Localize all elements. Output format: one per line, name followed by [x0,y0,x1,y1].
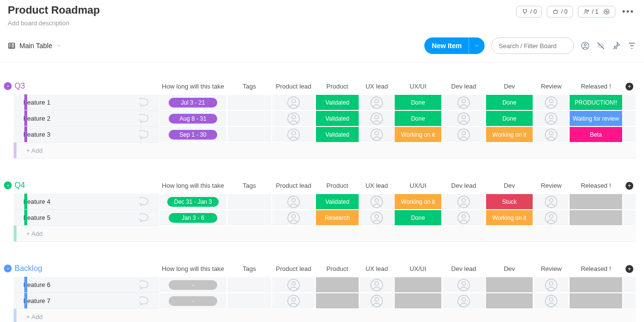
header-badge-3[interactable]: / 1 [578,6,615,18]
more-options[interactable]: ••• [620,7,636,17]
pin-icon[interactable] [612,41,621,50]
column-header[interactable]: Dev [486,265,533,273]
group-title[interactable]: Q3 [15,82,25,90]
group-collapse[interactable] [4,82,12,90]
column-header[interactable]: Dev lead [442,83,486,90]
person-cell[interactable] [533,94,569,110]
comment-icon[interactable] [139,280,149,289]
status-cell[interactable]: Research [316,210,359,225]
column-header[interactable]: Review [533,83,569,90]
item-name[interactable]: Feature 4 [14,194,159,210]
person-cell[interactable] [359,293,394,309]
status-cell[interactable] [570,194,622,209]
new-item-button[interactable]: New Item [424,37,485,54]
column-header[interactable]: Tags [227,182,272,190]
column-header[interactable]: UX/UI [394,83,442,90]
item-name[interactable]: Feature 6 [14,277,159,293]
column-header[interactable]: Released ! [569,265,623,273]
person-cell[interactable] [533,126,569,143]
timeline-pill[interactable]: Sep 1 - 30 [169,130,217,140]
person-cell[interactable] [442,94,486,110]
person-cell[interactable] [533,194,569,210]
status-cell[interactable]: Stuck [486,194,533,209]
add-column-button[interactable]: + [626,265,633,273]
status-cell[interactable]: Validated [316,111,359,126]
group-title[interactable]: Backlog [15,264,42,273]
status-cell[interactable]: Working on it [395,127,441,142]
column-header[interactable]: UX/UI [394,182,442,190]
person-cell[interactable] [442,194,486,210]
timeline-pill[interactable]: - [169,280,217,290]
column-header[interactable]: Dev [486,182,533,190]
item-name[interactable]: Feature 2 [14,110,159,126]
person-cell[interactable] [272,94,315,110]
timeline-pill[interactable]: Jan 3 - 6 [169,213,217,223]
add-column-button[interactable]: + [626,83,633,90]
view-selector[interactable]: Main Table [8,42,62,50]
status-cell[interactable]: Working on it [486,127,533,142]
person-cell[interactable] [272,110,315,126]
item-name[interactable]: Feature 7 [14,293,159,309]
person-cell[interactable] [533,110,569,126]
status-cell[interactable]: PRODUCTION!! [570,95,622,110]
add-item[interactable]: + Add [14,309,171,322]
status-cell[interactable]: Working on it [395,194,441,209]
status-cell[interactable]: Validated [316,95,359,110]
tags-cell[interactable] [227,277,272,293]
item-name[interactable]: Feature 1 [14,94,159,110]
item-name[interactable]: Feature 5 [14,210,159,226]
column-header[interactable]: Product [315,265,359,273]
person-cell[interactable] [272,293,315,309]
column-header[interactable]: Tags [227,265,272,273]
person-icon[interactable] [581,41,590,50]
tags-cell[interactable] [227,94,272,110]
timeline-pill[interactable]: Dec 31 - Jan 3 [167,197,219,207]
person-cell[interactable] [359,94,394,110]
comment-icon[interactable] [139,97,149,107]
status-cell[interactable]: Done [486,95,533,110]
status-cell[interactable]: Done [486,111,533,126]
person-cell[interactable] [359,194,394,210]
board-description[interactable]: Add board description [8,19,100,27]
tags-cell[interactable] [227,293,272,309]
column-header[interactable]: Product [315,83,359,90]
comment-icon[interactable] [139,197,149,206]
column-header[interactable]: UX/UI [394,265,442,273]
tags-cell[interactable] [227,194,272,210]
status-cell[interactable] [570,210,622,225]
timeline-pill[interactable]: - [169,296,217,306]
status-cell[interactable] [570,277,622,292]
person-cell[interactable] [272,277,315,293]
status-cell[interactable]: Waiting for review [570,111,622,126]
status-cell[interactable] [395,293,441,308]
tags-cell[interactable] [227,210,272,226]
header-badge-1[interactable]: / 0 [516,6,542,18]
filter-icon[interactable] [627,41,636,50]
status-cell[interactable]: Done [395,210,441,225]
status-cell[interactable]: Working on it [486,210,533,225]
person-cell[interactable] [272,126,315,143]
column-header[interactable]: Review [533,182,569,190]
column-header[interactable]: UX lead [359,182,394,190]
column-header[interactable]: How long will this take [159,83,227,90]
column-header[interactable]: Released ! [569,182,623,190]
group-title[interactable]: Q4 [15,181,25,190]
eye-off-icon[interactable] [596,41,605,50]
comment-icon[interactable] [139,113,149,123]
status-cell[interactable] [395,277,441,292]
person-cell[interactable] [272,210,315,226]
column-header[interactable]: Product lead [272,83,315,90]
comment-icon[interactable] [139,296,149,305]
add-item[interactable]: + Add [14,226,171,242]
column-header[interactable]: Dev [486,83,533,90]
column-header[interactable]: Tags [227,83,272,90]
person-cell[interactable] [359,210,394,226]
column-header[interactable]: Released ! [569,83,623,90]
column-header[interactable]: Product lead [272,265,315,273]
add-item[interactable]: + Add [14,143,171,159]
person-cell[interactable] [359,110,394,126]
add-column-button[interactable]: + [626,182,633,190]
status-cell[interactable] [570,293,622,308]
group-collapse[interactable] [4,181,12,189]
person-cell[interactable] [442,277,486,293]
